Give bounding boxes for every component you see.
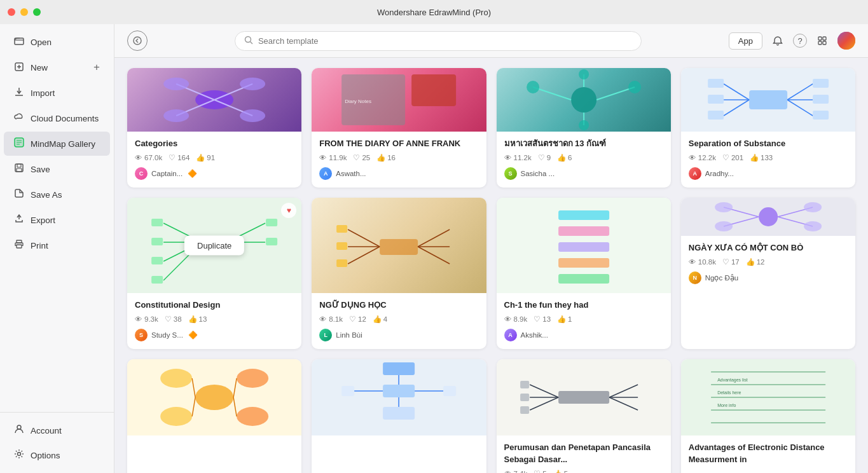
sidebar-item-save[interactable]: Save (4, 157, 110, 181)
sidebar-item-print[interactable]: Print (4, 233, 110, 257)
sidebar-item-import[interactable]: Import (4, 81, 110, 105)
print-icon (14, 239, 24, 252)
card-ngu-dung[interactable]: NGỮ DỤNG HỌC 👁 8.1k ♡ 12 👍 4 L Linh Bùi (312, 198, 486, 349)
svg-line-119 (609, 397, 638, 410)
svg-point-15 (18, 453, 21, 456)
svg-rect-22 (823, 41, 826, 45)
svg-point-41 (579, 69, 589, 79)
cloud-icon (14, 112, 24, 125)
notification-icon[interactable] (769, 32, 787, 50)
search-icon (244, 36, 253, 46)
card-thai[interactable]: มหาเวสสันตรชาดก 13 กัณฑ์ 👁 11.2k ♡ 9 👍 6… (497, 68, 671, 188)
svg-line-51 (787, 100, 813, 116)
svg-rect-13 (17, 245, 22, 248)
sidebar-options-label: Options (31, 451, 60, 460)
card-anne-frank-author: A Aswath... (319, 167, 478, 180)
sidebar-item-options[interactable]: Options (4, 443, 110, 467)
svg-line-49 (787, 84, 813, 100)
svg-rect-54 (708, 111, 724, 120)
card-ch1[interactable]: Ch-1 the fun they had 👁 8.9k ♡ 13 👍 1 A … (497, 198, 671, 349)
svg-rect-71 (380, 239, 418, 255)
card-bottom-1[interactable] (127, 359, 301, 473)
close-button[interactable] (8, 8, 15, 16)
svg-rect-83 (558, 242, 609, 252)
sidebar-item-saveas[interactable]: Save As (4, 182, 110, 207)
sidebar-item-gallery[interactable]: MindMap Gallery (4, 132, 110, 156)
svg-rect-33 (411, 74, 456, 106)
svg-text:More info: More info (717, 403, 736, 408)
minimize-button[interactable] (20, 8, 28, 16)
svg-point-94 (804, 221, 822, 231)
likes-stat: ♡ 164 (169, 153, 189, 162)
sidebar-item-account[interactable]: Account (4, 418, 110, 442)
import-icon (14, 86, 24, 99)
new-add-icon[interactable]: + (93, 61, 100, 74)
card-constitutional[interactable]: Duplicate ♥ Constitutional Design 👁 9.3k… (127, 198, 301, 349)
app-button[interactable]: App (729, 32, 762, 50)
svg-line-100 (192, 378, 195, 397)
sidebar-bottom: Account Options (0, 412, 114, 468)
author-avatar-4: A (689, 167, 701, 180)
search-input[interactable] (258, 36, 632, 46)
card-ngu-dung-author: L Linh Bùi (319, 329, 478, 341)
svg-rect-122 (520, 406, 529, 414)
svg-rect-69 (266, 219, 277, 226)
sidebar-import-label: Import (31, 88, 55, 98)
card-advantages[interactable]: Advantages list Details here More info A… (681, 359, 855, 473)
author-avatar: C (135, 167, 148, 180)
card-perumusan-title: Perumusan dan Penetapan Pancasila Sebaga… (504, 442, 663, 465)
svg-line-102 (192, 397, 195, 416)
views-stat: 👁 67.0k (135, 153, 162, 162)
card-categories[interactable]: Categories 👁 67.0k ♡ 164 👍 91 C Captain.… (127, 68, 301, 188)
svg-rect-55 (813, 79, 829, 88)
svg-point-86 (759, 207, 778, 226)
user-avatar[interactable] (837, 32, 855, 50)
svg-point-16 (134, 37, 141, 45)
svg-point-42 (579, 120, 589, 130)
gallery-scroll[interactable]: Categories 👁 67.0k ♡ 164 👍 91 C Captain.… (114, 58, 868, 473)
card-anne-frank[interactable]: Diary Notes FROM THE DIARY OF ANNE FRANK… (312, 68, 486, 188)
sidebar-item-new[interactable]: New + (4, 55, 110, 79)
sidebar-item-open[interactable]: Open (4, 30, 110, 54)
app-body: Open New + (0, 24, 868, 473)
svg-point-23 (837, 32, 855, 50)
options-icon (14, 449, 24, 462)
sidebar-item-cloud[interactable]: Cloud Documents (4, 106, 110, 130)
card-bottom-2[interactable] (312, 359, 486, 473)
duplicate-overlay[interactable]: Duplicate (184, 236, 244, 256)
svg-point-98 (160, 407, 192, 426)
top-bar: App ? (114, 24, 868, 58)
svg-point-32 (240, 109, 265, 122)
app-title: Wondershare EdrawMind (Pro) (377, 8, 491, 17)
svg-rect-106 (383, 385, 415, 397)
svg-line-114 (530, 385, 558, 397)
sidebar-export-label: Export (31, 216, 55, 225)
svg-point-99 (237, 407, 268, 426)
card-perumusan[interactable]: Perumusan dan Penetapan Pancasila Sebaga… (497, 359, 671, 473)
title-bar: Wondershare EdrawMind (Pro) (0, 0, 868, 24)
author-avatar-8: N (689, 271, 701, 284)
svg-point-97 (237, 369, 268, 388)
card-ch1-stats: 👁 8.9k ♡ 13 👍 1 (504, 315, 663, 324)
back-button[interactable] (127, 31, 148, 51)
sidebar-open-label: Open (31, 38, 52, 47)
saveas-icon (14, 188, 24, 201)
content-area: App ? (114, 24, 868, 473)
maximize-button[interactable] (33, 8, 41, 16)
card-separation-title: Separation of Substance (689, 138, 848, 149)
card-constitutional-stats: 👁 9.3k ♡ 38 👍 13 (135, 315, 294, 324)
svg-rect-81 (558, 210, 609, 220)
grid-icon[interactable] (813, 32, 831, 50)
sidebar-account-label: Account (31, 426, 62, 435)
svg-rect-65 (151, 219, 163, 226)
help-icon[interactable]: ? (793, 34, 807, 48)
svg-rect-56 (813, 95, 829, 104)
card-thai-title: มหาเวสสันตรชาดก 13 กัณฑ์ (504, 138, 663, 149)
svg-rect-112 (443, 386, 456, 396)
card-separation[interactable]: Separation of Substance 👁 12.2k ♡ 201 👍 … (681, 68, 855, 188)
svg-point-44 (628, 81, 641, 93)
svg-line-72 (348, 230, 380, 247)
card-ngay-xua[interactable]: NGÀY XƯA CÓ MỘT CON BÒ 👁 10.8k ♡ 17 👍 12… (681, 198, 855, 349)
author-avatar-2: A (319, 167, 332, 180)
sidebar-item-export[interactable]: Export (4, 208, 110, 232)
